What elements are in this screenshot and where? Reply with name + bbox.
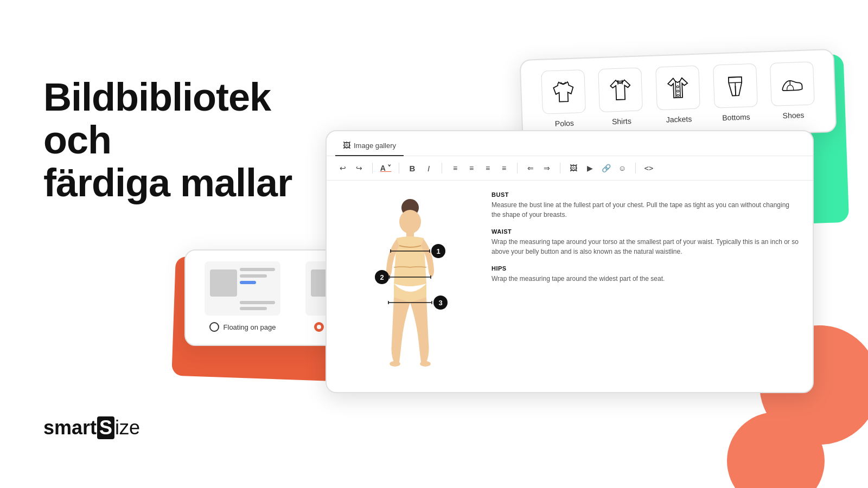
- float-bottom-line-1: [240, 301, 275, 304]
- category-item-jackets[interactable]: Jackets: [655, 66, 701, 125]
- logo-bold-s: S: [97, 416, 114, 439]
- text-format-group: A ˅: [378, 160, 393, 176]
- align-center-button[interactable]: ≡: [464, 160, 479, 176]
- svg-point-4: [677, 94, 679, 97]
- image-gallery-tab[interactable]: 🖼 Image gallery: [335, 138, 404, 156]
- shoes-icon-box: [770, 61, 815, 106]
- polo-icon: [549, 77, 578, 106]
- bust-title: BUST: [492, 191, 800, 198]
- indent-less-button[interactable]: ⇐: [523, 160, 538, 176]
- sep-3: [442, 163, 442, 174]
- jacket-icon-box: [655, 66, 700, 111]
- bold-button[interactable]: B: [405, 160, 420, 176]
- bottoms-icon-box: [713, 63, 758, 108]
- insert-emoji-button[interactable]: ☺: [615, 160, 630, 176]
- insert-image-button[interactable]: 🖼: [566, 160, 581, 176]
- jacket-label: Jackets: [666, 114, 692, 124]
- sep-4: [517, 163, 518, 174]
- shirt-label: Shirts: [612, 117, 631, 126]
- body-svg: 1 2 3: [367, 197, 454, 381]
- float-line-1: [240, 268, 275, 271]
- float-line-2: [240, 274, 267, 278]
- bust-section: BUST Measure the bust line at the fulles…: [492, 191, 800, 220]
- sep-2: [399, 163, 399, 174]
- shirt-icon: [606, 75, 635, 105]
- editor-tab-bar: 🖼 Image gallery: [327, 131, 813, 156]
- float-line-3: [240, 281, 256, 284]
- align-group: ≡ ≡ ≡ ≡: [448, 160, 512, 176]
- svg-point-3: [677, 90, 679, 92]
- italic-button[interactable]: I: [421, 160, 436, 176]
- svg-point-2: [676, 86, 679, 88]
- svg-text:1: 1: [436, 247, 440, 255]
- insert-group: 🖼 ▶ 🔗 ☺: [566, 160, 630, 176]
- hips-section: HIPS Wrap the measuring tape around the …: [492, 265, 800, 284]
- svg-line-7: [735, 82, 736, 95]
- category-item-shirts[interactable]: Shirts: [598, 67, 644, 126]
- floating-option[interactable]: Floating on page: [202, 261, 283, 332]
- bottoms-label: Bottoms: [722, 112, 750, 122]
- svg-line-6: [728, 77, 741, 78]
- bold-italic-group: B I: [405, 160, 436, 176]
- logo-text-smart: smart: [43, 416, 97, 439]
- category-item-bottoms[interactable]: Bottoms: [713, 63, 758, 123]
- floating-radio[interactable]: Floating on page: [209, 322, 276, 332]
- hips-description: Wrap the measuring tape around the wides…: [492, 274, 800, 284]
- redo-button[interactable]: ↪: [352, 160, 367, 176]
- float-mock-lines: [240, 268, 275, 284]
- left-section: Bildbibliotek och färdiga mallar: [43, 76, 342, 205]
- waist-description: Wrap the measuring tape around your tors…: [492, 237, 800, 256]
- code-button[interactable]: <>: [641, 160, 656, 176]
- info-panel: BUST Measure the bust line at the fulles…: [481, 191, 800, 381]
- indent-group: ⇐ ⇒: [523, 160, 554, 176]
- align-left-button[interactable]: ≡: [448, 160, 463, 176]
- polo-label: Polos: [555, 119, 575, 128]
- insert-link-button[interactable]: 🔗: [598, 160, 614, 176]
- text-color-button[interactable]: A ˅: [378, 160, 393, 176]
- svg-point-13: [420, 361, 431, 367]
- insert-video-button[interactable]: ▶: [582, 160, 597, 176]
- sep-6: [635, 163, 636, 174]
- sep-1: [372, 163, 373, 174]
- editor-toolbar: ↩ ↪ A ˅ B I ≡ ≡ ≡ ≡ ⇐ ⇒ 🖼 ▶ 🔗 ☺: [327, 156, 813, 181]
- svg-point-12: [390, 361, 400, 367]
- float-mock-lines-bottom: [240, 301, 275, 310]
- align-justify-button[interactable]: ≡: [496, 160, 512, 176]
- svg-point-10: [399, 210, 421, 234]
- body-figure-area: 1 2 3: [340, 191, 481, 381]
- category-item-polos[interactable]: Polos: [541, 69, 586, 129]
- floating-preview: [205, 261, 280, 316]
- category-card: Polos Shirts: [519, 49, 837, 143]
- shirt-icon-box: [598, 67, 643, 112]
- polo-icon-box: [541, 69, 586, 114]
- waist-section: WAIST Wrap the measuring tape around you…: [492, 228, 800, 256]
- editor-panel: 🖼 Image gallery ↩ ↪ A ˅ B I ≡ ≡ ≡ ≡ ⇐ ⇒: [326, 130, 814, 393]
- floating-radio-circle: [209, 322, 219, 332]
- undo-redo-group: ↩ ↪: [335, 160, 367, 176]
- main-title: Bildbibliotek och färdiga mallar: [43, 76, 342, 205]
- svg-text:3: 3: [438, 299, 442, 307]
- sep-5: [560, 163, 560, 174]
- inline-radio-circle: [314, 322, 324, 332]
- undo-button[interactable]: ↩: [335, 160, 350, 176]
- float-bottom-line-2: [240, 307, 267, 310]
- hips-title: HIPS: [492, 265, 800, 272]
- indent-more-button[interactable]: ⇒: [539, 160, 554, 176]
- align-right-button[interactable]: ≡: [480, 160, 495, 176]
- gallery-tab-label: Image gallery: [354, 142, 396, 150]
- floating-label: Floating on page: [224, 323, 276, 331]
- body-figure: 1 2 3: [367, 197, 454, 381]
- category-items-container: Polos Shirts: [534, 61, 822, 129]
- editor-content: 1 2 3 BUST Measure the bust line at the …: [327, 181, 813, 392]
- logo-text-ize: ize: [115, 416, 140, 439]
- category-item-shoes[interactable]: Shoes: [770, 61, 815, 120]
- gallery-tab-icon: 🖼: [343, 141, 350, 150]
- waist-title: WAIST: [492, 228, 800, 235]
- float-mock-image: [210, 269, 237, 297]
- logo: smartSize: [43, 416, 140, 439]
- jacket-icon: [663, 73, 693, 102]
- bust-description: Measure the bust line at the fullest par…: [492, 200, 800, 220]
- shoes-icon: [778, 69, 807, 99]
- svg-point-9: [406, 201, 414, 210]
- svg-text:2: 2: [380, 273, 384, 281]
